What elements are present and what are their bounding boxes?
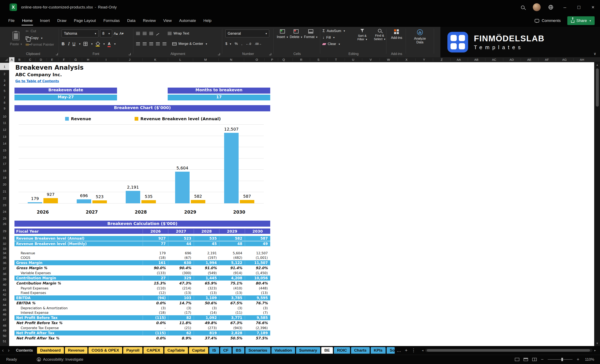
menu-tab-data[interactable]: Data bbox=[123, 14, 139, 27]
months-to-breakeven-value[interactable]: 17 bbox=[168, 95, 270, 100]
cell-net-profit-after-tax-2027[interactable]: 62 bbox=[168, 331, 194, 335]
cell-ebitda-2027[interactable]: 103 bbox=[168, 296, 194, 300]
row-header-13[interactable]: 13 bbox=[0, 135, 9, 138]
align-center-button[interactable] bbox=[143, 42, 147, 45]
row-label-gross-margin[interactable]: Gross Margin % bbox=[14, 266, 143, 270]
row-label-ebitda[interactable]: EBITDA % bbox=[14, 301, 143, 305]
clear-button[interactable]: Clear▾ bbox=[323, 42, 345, 46]
row-header-44[interactable]: 44 bbox=[0, 303, 9, 307]
font-name-select[interactable]: Tahoma▾ bbox=[62, 29, 98, 37]
column-header-b[interactable]: B bbox=[19, 57, 20, 62]
row-label-corporate-tax-expense[interactable]: Corporate Tax Expense bbox=[14, 326, 143, 330]
cell-gross-margin-2026[interactable]: 161 bbox=[143, 261, 168, 265]
column-header-e[interactable]: E bbox=[51, 57, 53, 62]
row-header-25[interactable]: 25 bbox=[0, 217, 9, 220]
row-header-11[interactable]: 11 bbox=[0, 121, 9, 125]
cell-fixed-expenses-2029[interactable]: (13) bbox=[219, 291, 244, 295]
cell-contribution-margin-2027[interactable]: 47.3% bbox=[168, 281, 194, 285]
row-header-5[interactable]: 5 bbox=[0, 89, 9, 92]
collapse-ribbon-button[interactable]: ∨ bbox=[594, 51, 596, 56]
cell-revenue-breakeven-level-annual-2027[interactable]: 523 bbox=[168, 236, 194, 240]
row-header-34[interactable]: 34 bbox=[0, 251, 9, 255]
breakeven-chart[interactable]: 1799276965232,1915355,60458212,507587 bbox=[19, 124, 264, 203]
cell-revenue-breakeven-level-annual-2026[interactable]: 927 bbox=[143, 236, 168, 240]
row-label-net-profit-before-tax[interactable]: Net Profit Before Tax bbox=[14, 316, 143, 320]
align-left-button[interactable] bbox=[136, 42, 140, 45]
cell-net-profit-before-tax-2027[interactable]: 82 bbox=[168, 316, 194, 320]
cell-depreciation-amortization-2027[interactable]: (3) bbox=[168, 306, 194, 310]
cell-contribution-margin-2030[interactable]: 10,056 bbox=[245, 276, 270, 280]
row-header-20[interactable]: 20 bbox=[0, 183, 9, 186]
align-bottom-button[interactable] bbox=[149, 32, 153, 35]
column-headers[interactable]: ABCDEFGHIJKLMNOPQRSTUVWXYZAAABACADAEAFAG… bbox=[0, 57, 600, 62]
row-header-51[interactable]: 51 bbox=[0, 339, 9, 343]
row-header-49[interactable]: 49 bbox=[0, 329, 9, 332]
row-header-37[interactable]: 37 bbox=[0, 267, 9, 270]
accessibility-status[interactable]: Accessibility: Investigate bbox=[37, 357, 83, 362]
font-size-select[interactable]: 8▾ bbox=[100, 29, 112, 37]
cell-net-profit-after-tax-2028[interactable]: 819 bbox=[194, 331, 219, 335]
addins-button[interactable]: Add-ins bbox=[391, 29, 402, 40]
cell-gross-margin-2027[interactable]: 90.4% bbox=[168, 266, 194, 270]
sheet-tab-is[interactable]: IS bbox=[209, 347, 219, 354]
column-header-c[interactable]: C bbox=[29, 57, 31, 62]
cell-revenue-2027[interactable]: 696 bbox=[168, 251, 194, 255]
cell-contribution-margin-2027[interactable]: 329 bbox=[168, 276, 194, 280]
cell-net-profit-before-tax-2027[interactable]: 11.8% bbox=[168, 321, 194, 325]
table-header-fiscal-year[interactable]: Fiscal Year bbox=[14, 229, 143, 233]
sheet-tab-summary[interactable]: Summary bbox=[296, 347, 320, 354]
page-layout-view-icon[interactable] bbox=[524, 358, 528, 361]
cell-net-profit-after-tax-2028[interactable]: 37.4% bbox=[194, 336, 219, 340]
column-header-o[interactable]: O bbox=[255, 57, 258, 62]
cell-cogs-2030[interactable]: (1,001) bbox=[245, 256, 270, 260]
cell-net-profit-before-tax-2030[interactable]: 76.6% bbox=[245, 321, 270, 325]
prev-sheet-button[interactable]: ‹ bbox=[0, 347, 6, 353]
row-header-38[interactable]: 38 bbox=[0, 272, 9, 276]
cell-corporate-tax-expense-2027[interactable]: (21) bbox=[168, 326, 194, 330]
fill-color-button[interactable] bbox=[96, 42, 100, 46]
cell-revenue-breakeven-level-annual-2030[interactable]: 587 bbox=[245, 236, 270, 240]
row-label-interest-expense[interactable]: Interest Expense bbox=[14, 311, 143, 315]
comma-format-button[interactable]: , bbox=[241, 42, 242, 46]
globe-button[interactable] bbox=[544, 0, 558, 14]
cell-revenue-breakeven-level-monthly-2030[interactable]: 49 bbox=[245, 242, 270, 246]
sheet-tab-scenarios[interactable]: Scenarios bbox=[245, 347, 271, 354]
column-header-af[interactable]: AF bbox=[545, 57, 549, 62]
sheet-tab-contents[interactable]: Contents bbox=[13, 347, 36, 354]
cell-payroll-expenses-2030[interactable]: (448) bbox=[245, 286, 270, 290]
delete-cells-button[interactable]: Delete ▾ bbox=[290, 29, 302, 39]
autosum-button[interactable]: ΣAutoSum▾ bbox=[323, 29, 345, 33]
column-header-x[interactable]: X bbox=[405, 57, 408, 62]
horizontal-scrollbar-track[interactable] bbox=[425, 349, 593, 352]
scroll-left-icon[interactable]: ◂ bbox=[422, 348, 423, 352]
table-header-2029[interactable]: 2029 bbox=[219, 229, 244, 233]
increase-decimal-button[interactable]: ←.0 bbox=[246, 42, 251, 46]
cell-contribution-margin-2029[interactable]: 4,208 bbox=[219, 276, 244, 280]
cell-variable-expenses-2030[interactable]: (1,450) bbox=[245, 271, 270, 275]
row-label-net-profit-after-tax[interactable]: Net Profit After Tax % bbox=[14, 336, 143, 340]
row-label-depreciation-amortization[interactable]: Depreciation & Amortization bbox=[14, 306, 143, 310]
row-header-36[interactable]: 36 bbox=[0, 261, 9, 265]
cell-revenue-breakeven-level-annual-2029[interactable]: 582 bbox=[219, 236, 244, 240]
format-painter-button[interactable]: Format Painter bbox=[26, 43, 54, 47]
menu-tab-insert[interactable]: Insert bbox=[36, 14, 54, 27]
cell-gross-margin-2029[interactable]: 91.4% bbox=[219, 266, 244, 270]
bold-button[interactable]: B bbox=[62, 42, 65, 46]
cell-interest-expense-2027[interactable]: (17) bbox=[168, 311, 194, 315]
column-header-h[interactable]: H bbox=[87, 57, 89, 62]
zoom-out-button[interactable]: − bbox=[541, 357, 544, 362]
cell-revenue-breakeven-level-monthly-2029[interactable]: 48 bbox=[219, 242, 244, 246]
sheet-tab-cogs-opex[interactable]: COGS & OPEX bbox=[88, 347, 122, 354]
share-button[interactable]: Share ▾ bbox=[567, 16, 595, 25]
column-header-i[interactable]: I bbox=[106, 57, 106, 62]
cell-corporate-tax-expense-2029[interactable]: (943) bbox=[219, 326, 244, 330]
menu-tab-home[interactable]: Home bbox=[19, 14, 36, 27]
search-button[interactable] bbox=[516, 0, 530, 14]
next-sheet-button[interactable]: › bbox=[6, 347, 12, 353]
decrease-font-button[interactable]: A▾ bbox=[120, 31, 124, 36]
cell-payroll-expenses-2026[interactable]: (110) bbox=[143, 286, 168, 290]
zoom-level[interactable]: 110% bbox=[583, 357, 594, 362]
horizontal-scrollbar[interactable]: ◂ ▸ bbox=[422, 348, 596, 352]
column-header-j[interactable]: J bbox=[129, 57, 131, 62]
row-header-1[interactable]: 1 bbox=[0, 65, 9, 68]
